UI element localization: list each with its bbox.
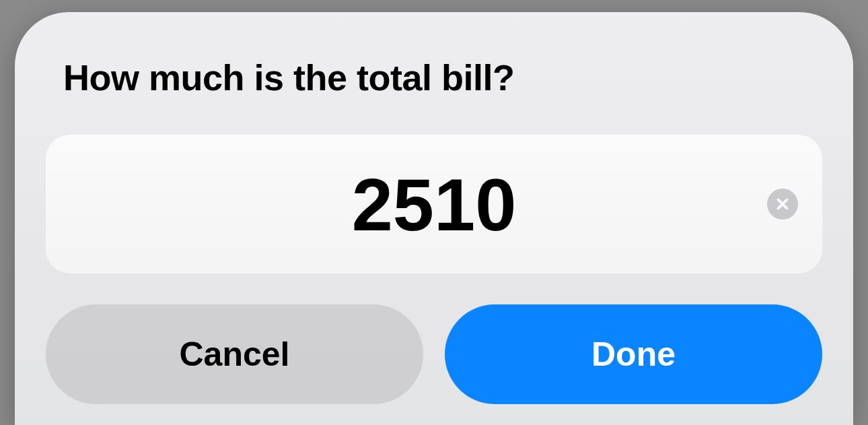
- bill-amount-dialog: How much is the total bill? Cancel Done: [15, 12, 853, 425]
- amount-input[interactable]: [46, 135, 822, 273]
- amount-input-container: [46, 135, 822, 273]
- cancel-button[interactable]: Cancel: [46, 304, 423, 404]
- clear-input-button[interactable]: [767, 189, 798, 220]
- dialog-buttons: Cancel Done: [46, 304, 822, 404]
- done-button[interactable]: Done: [445, 304, 822, 404]
- close-icon: [775, 197, 790, 211]
- dialog-title: How much is the total bill?: [63, 57, 822, 98]
